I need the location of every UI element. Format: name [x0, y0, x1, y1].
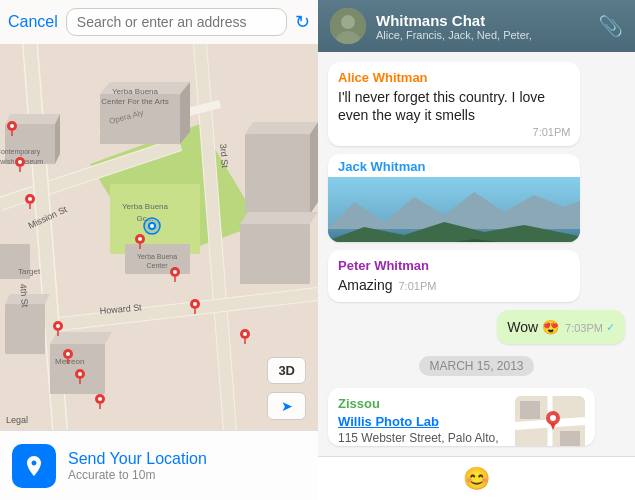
chat-header: Whitmans Chat Alice, Francis, Jack, Ned,…: [318, 0, 635, 52]
chat-messages: Alice Whitman I'll never forget this cou…: [318, 52, 635, 456]
chat-footer: 😊: [318, 456, 635, 500]
map-panel: Yerba Buena Gc... Yerba Buena Center: [0, 0, 318, 500]
svg-point-54: [28, 197, 32, 201]
sender-name: Alice Whitman: [338, 70, 570, 85]
map-controls: 3D ➤: [267, 357, 306, 420]
svg-marker-27: [310, 122, 318, 214]
message-time: 7:01PM: [338, 126, 570, 138]
location-map-thumbnail[interactable]: [515, 396, 585, 446]
svg-text:4th St: 4th St: [18, 283, 30, 308]
chat-header-info: Whitmans Chat Alice, Francis, Jack, Ned,…: [376, 12, 588, 41]
chat-title: Whitmans Chat: [376, 12, 588, 29]
svg-text:Center For the Arts: Center For the Arts: [101, 97, 169, 106]
svg-point-94: [550, 415, 556, 421]
svg-text:Center: Center: [146, 262, 168, 269]
sender-name: Jack Whitman: [328, 154, 580, 177]
svg-point-60: [66, 352, 70, 356]
svg-text:Contemporary: Contemporary: [0, 148, 41, 156]
svg-rect-28: [240, 224, 310, 284]
emoji-button[interactable]: 😊: [463, 466, 490, 492]
map-header: Cancel ↻: [0, 0, 318, 44]
svg-rect-23: [5, 304, 45, 354]
svg-point-75: [193, 302, 197, 306]
refresh-icon[interactable]: ↻: [295, 11, 310, 33]
svg-point-48: [10, 124, 14, 128]
message-text: Wow 😍: [507, 318, 559, 336]
chat-subtitle: Alice, Francis, Jack, Ned, Peter,: [376, 29, 588, 41]
message-zissou-location: Zissou Willis Photo Lab 115 Webster Stre…: [328, 388, 595, 446]
legal-text: Legal: [6, 415, 28, 425]
attachment-icon[interactable]: 📎: [598, 14, 623, 38]
compass-button[interactable]: ➤: [267, 392, 306, 420]
search-input[interactable]: [66, 8, 287, 36]
svg-text:Yerba Buena: Yerba Buena: [137, 253, 177, 260]
landscape-image: [328, 177, 580, 241]
message-outgoing-wow: Wow 😍 7:03PM ✓: [497, 310, 625, 344]
message-text: I'll never forget this country. I love e…: [338, 88, 570, 124]
svg-text:3rd St: 3rd St: [218, 143, 230, 168]
location-content: Zissou Willis Photo Lab 115 Webster Stre…: [328, 388, 595, 446]
svg-point-72: [173, 270, 177, 274]
message-text: Amazing: [338, 276, 392, 294]
svg-point-46: [150, 224, 154, 228]
location-name[interactable]: Willis Photo Lab: [338, 414, 507, 429]
svg-point-69: [138, 237, 142, 241]
send-location-text: Send Your Location Accurate to 10m: [68, 450, 207, 482]
svg-rect-91: [520, 401, 540, 419]
cancel-button[interactable]: Cancel: [8, 13, 58, 31]
svg-point-81: [341, 15, 355, 29]
send-location-icon: [12, 444, 56, 488]
svg-point-63: [78, 372, 82, 376]
svg-text:Target: Target: [18, 267, 41, 276]
location-address: 115 Webster Street, Palo Alto,: [338, 431, 507, 446]
svg-point-78: [243, 332, 247, 336]
3d-button[interactable]: 3D: [267, 357, 306, 384]
message-time: 7:03PM ✓: [565, 321, 615, 334]
location-text: Zissou Willis Photo Lab 115 Webster Stre…: [338, 396, 507, 446]
svg-point-66: [98, 397, 102, 401]
message-time: 7:01PM: [398, 280, 436, 292]
svg-marker-29: [240, 212, 318, 224]
sender-name: Peter Whitman: [338, 258, 570, 273]
chat-panel: Whitmans Chat Alice, Francis, Jack, Ned,…: [318, 0, 635, 500]
message-alice: Alice Whitman I'll never forget this cou…: [328, 62, 580, 146]
svg-marker-32: [50, 332, 112, 344]
svg-text:Yerba Buena: Yerba Buena: [112, 87, 159, 96]
message-peter: Peter Whitman Amazing 7:01PM: [328, 250, 580, 302]
svg-rect-92: [560, 431, 580, 446]
chat-avatar: [330, 8, 366, 44]
svg-rect-31: [50, 344, 105, 394]
svg-rect-25: [245, 134, 310, 214]
svg-marker-26: [245, 122, 318, 134]
svg-point-57: [56, 324, 60, 328]
message-jack-image: Jack Whitman: [328, 154, 580, 241]
read-receipt: ✓: [606, 321, 615, 334]
svg-point-51: [18, 160, 22, 164]
send-location-bar[interactable]: Send Your Location Accurate to 10m: [0, 430, 318, 500]
date-divider: MARCH 15, 2013: [419, 356, 533, 376]
sender-name: Zissou: [338, 396, 507, 411]
svg-text:Yerba Buena: Yerba Buena: [122, 202, 169, 211]
